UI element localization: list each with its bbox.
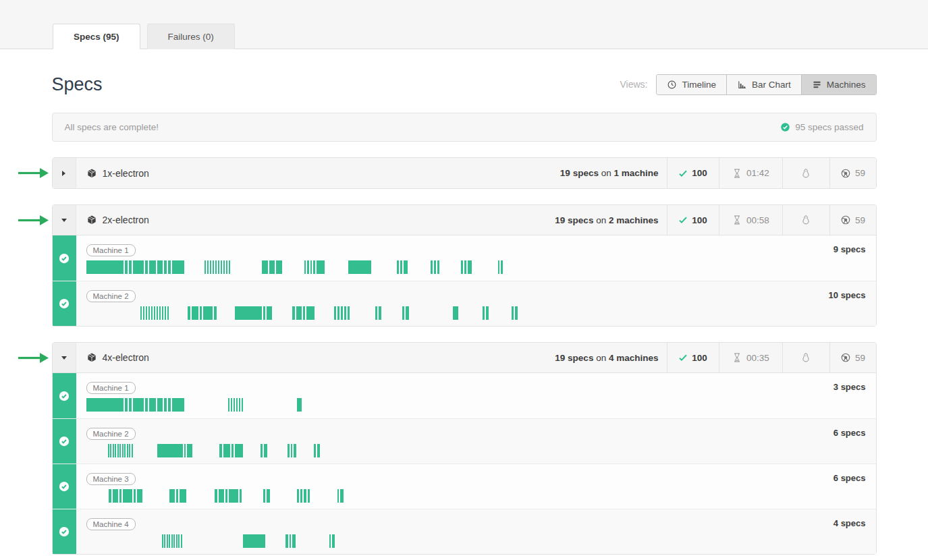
spec-bar[interactable] (157, 398, 163, 412)
spec-bar[interactable] (219, 489, 224, 503)
spec-bar-cluster[interactable] (86, 260, 184, 274)
spec-bar-cluster[interactable] (453, 306, 458, 320)
spec-bar[interactable] (226, 260, 228, 274)
spec-bar[interactable] (110, 444, 111, 457)
spec-bar[interactable] (113, 444, 114, 457)
spec-bar[interactable] (157, 444, 183, 457)
spec-bar-cluster[interactable] (235, 306, 272, 320)
spec-bar[interactable] (337, 306, 339, 320)
spec-bar-cluster[interactable] (402, 306, 409, 320)
spec-bar[interactable] (219, 444, 222, 457)
spec-bar-cluster[interactable] (215, 489, 242, 503)
spec-bar[interactable] (218, 260, 220, 274)
spec-bar[interactable] (501, 260, 503, 274)
spec-bar-cluster[interactable] (109, 489, 142, 503)
spec-bar-cluster[interactable] (262, 260, 282, 274)
spec-bar[interactable] (178, 534, 180, 548)
spec-bar[interactable] (434, 260, 436, 274)
spec-bar[interactable] (235, 306, 262, 320)
spec-bar[interactable] (86, 398, 124, 412)
spec-bar[interactable] (176, 489, 178, 503)
spec-bar[interactable] (288, 444, 290, 457)
group-expander[interactable] (53, 343, 76, 372)
spec-bar[interactable] (285, 534, 288, 548)
spec-bar[interactable] (406, 306, 409, 320)
spec-bar[interactable] (310, 260, 312, 274)
spec-bar-cluster[interactable] (188, 306, 217, 320)
spec-bar[interactable] (334, 306, 336, 320)
spec-bar[interactable] (468, 260, 472, 274)
group-header[interactable]: 4x-electron 19 specs on 4 machines 100 0… (53, 343, 876, 373)
spec-bar[interactable] (119, 489, 121, 503)
spec-bar[interactable] (276, 260, 282, 274)
spec-bar-cluster[interactable] (297, 398, 302, 412)
spec-bar[interactable] (213, 260, 215, 274)
spec-bar[interactable] (188, 306, 190, 320)
spec-bar[interactable] (297, 489, 299, 503)
spec-bar[interactable] (397, 260, 399, 274)
spec-bar[interactable] (242, 398, 244, 412)
spec-bar[interactable] (125, 398, 128, 412)
spec-bar[interactable] (337, 489, 339, 503)
spec-bar[interactable] (140, 306, 142, 320)
spec-bar[interactable] (515, 306, 518, 320)
spec-bar[interactable] (133, 398, 144, 412)
spec-bar[interactable] (173, 534, 175, 548)
spec-bar[interactable] (204, 260, 207, 274)
spec-bar-cluster[interactable] (431, 260, 439, 274)
spec-bar[interactable] (154, 306, 156, 320)
spec-bar[interactable] (143, 306, 145, 320)
spec-bar[interactable] (129, 260, 132, 274)
spec-bar[interactable] (263, 489, 265, 503)
spec-bar[interactable] (235, 444, 243, 457)
spec-bar[interactable] (240, 489, 242, 503)
spec-bar-cluster[interactable] (243, 534, 265, 548)
spec-bar[interactable] (231, 444, 234, 457)
spec-bar-cluster[interactable] (334, 306, 350, 320)
spec-bar[interactable] (291, 444, 292, 457)
spec-bar[interactable] (483, 306, 485, 320)
spec-bar[interactable] (129, 398, 132, 412)
spec-bar[interactable] (125, 260, 128, 274)
spec-bar[interactable] (171, 534, 173, 548)
spec-bar[interactable] (184, 444, 186, 457)
spec-bar[interactable] (317, 444, 320, 457)
spec-bar[interactable] (181, 534, 182, 548)
spec-bar[interactable] (292, 534, 296, 548)
spec-bar[interactable] (263, 306, 265, 320)
spec-bar[interactable] (187, 444, 192, 457)
spec-bar[interactable] (304, 489, 306, 503)
spec-bar-cluster[interactable] (483, 306, 489, 320)
spec-bar[interactable] (229, 489, 238, 503)
view-button-timeline[interactable]: Timeline (657, 75, 726, 94)
spec-bar[interactable] (379, 306, 381, 320)
spec-bar[interactable] (203, 306, 213, 320)
spec-bar[interactable] (215, 260, 217, 274)
spec-bar[interactable] (292, 306, 295, 320)
spec-bar[interactable] (223, 260, 225, 274)
spec-bar[interactable] (133, 260, 144, 274)
spec-bar-cluster[interactable] (108, 444, 133, 457)
spec-bar[interactable] (290, 534, 291, 548)
spec-bar[interactable] (123, 489, 132, 503)
spec-bar-cluster[interactable] (140, 306, 169, 320)
spec-bar[interactable] (162, 306, 164, 320)
spec-bar-cluster[interactable] (375, 306, 381, 320)
view-button-bar-chart[interactable]: Bar Chart (726, 75, 801, 94)
spec-bar-cluster[interactable] (397, 260, 408, 274)
spec-bar-cluster[interactable] (219, 444, 243, 457)
spec-bar[interactable] (210, 260, 212, 274)
spec-bar[interactable] (296, 306, 302, 320)
spec-bar[interactable] (228, 398, 230, 412)
spec-bar[interactable] (375, 306, 377, 320)
spec-bar[interactable] (341, 306, 343, 320)
spec-bar[interactable] (127, 444, 128, 457)
spec-bar[interactable] (164, 260, 167, 274)
spec-bar[interactable] (404, 260, 408, 274)
spec-bar[interactable] (304, 260, 306, 274)
spec-bar[interactable] (229, 260, 231, 274)
spec-bar[interactable] (303, 306, 305, 320)
spec-bar[interactable] (461, 260, 463, 274)
spec-bar-cluster[interactable] (512, 306, 518, 320)
spec-bar-cluster[interactable] (157, 444, 192, 457)
